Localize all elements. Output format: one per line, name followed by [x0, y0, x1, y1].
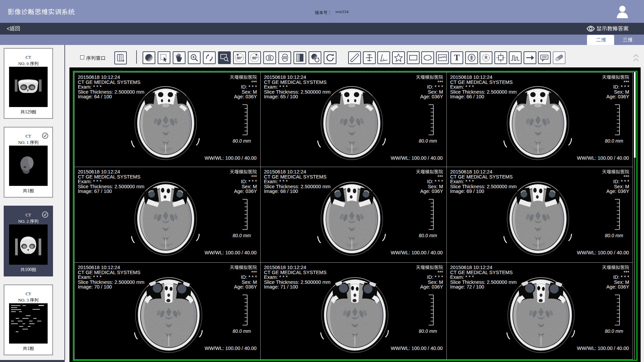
- svg-text:90°: 90°: [252, 56, 258, 60]
- svg-text:90°: 90°: [237, 56, 243, 60]
